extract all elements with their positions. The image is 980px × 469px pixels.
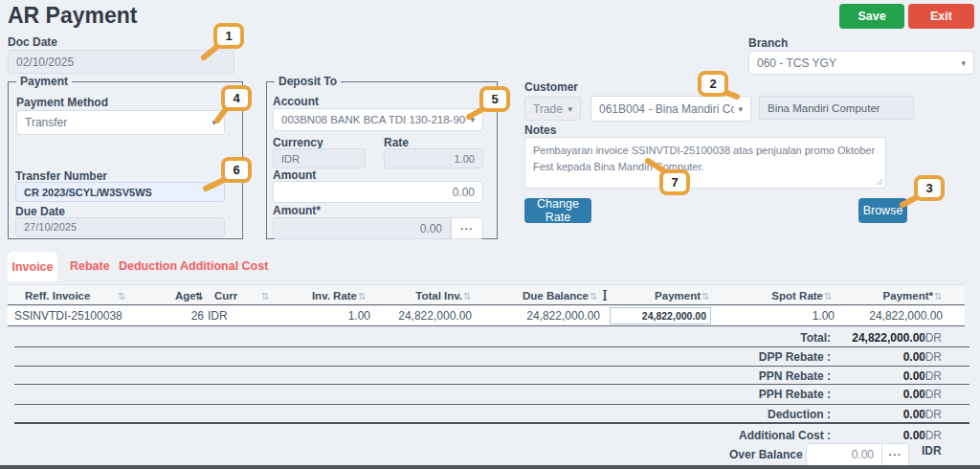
resize-handle-icon bbox=[875, 177, 883, 186]
account-value: 003BN08 BANK BCA TDI 130-218-9000 - bbox=[281, 114, 466, 125]
ar-payment-screen: AR Payment Save Exit Doc Date 02/10/2025… bbox=[0, 0, 980, 469]
col-header-curr[interactable]: Curr bbox=[214, 290, 237, 302]
summary-label: PPN Rebate : bbox=[759, 369, 831, 383]
chevron-down-icon: ▾ bbox=[564, 104, 572, 114]
amount-star-value: 0.00 bbox=[420, 222, 442, 235]
sort-icon: ⇅ bbox=[118, 291, 125, 302]
transfer-number-value: CR 2023/SCYL/W3SV5WS bbox=[24, 187, 152, 198]
over-balance-currency: IDR bbox=[922, 444, 942, 458]
cell-due-balance: 24,822,000.00 bbox=[526, 309, 600, 323]
notes-textarea[interactable]: Pembayaran invoice SSINVTDI-25100038 ata… bbox=[524, 137, 886, 189]
callout-7: 7 bbox=[659, 169, 690, 195]
deposit-to-fieldset: Deposit To Account 003BN08 BANK BCA TDI … bbox=[266, 81, 498, 239]
over-balance-label: Over Balance bbox=[729, 448, 803, 461]
rate-label: Rate bbox=[384, 136, 409, 149]
customer-select[interactable]: 061B004 - Bina Mandiri Compu ▾ bbox=[590, 96, 751, 122]
summary-label: Deduction : bbox=[768, 408, 831, 421]
col-header-inv-rate[interactable]: Inv. Rate bbox=[312, 290, 357, 302]
cell-payment-star: 24,822,000.00 bbox=[869, 309, 943, 323]
summary-row-pph-rebate: PPH Rebate : 0.00 IDR bbox=[14, 385, 969, 405]
currency-value: IDR bbox=[281, 153, 300, 165]
col-header-age[interactable]: Age bbox=[175, 290, 196, 302]
customer-label: Customer bbox=[524, 80, 578, 94]
callout-3: 3 bbox=[914, 175, 945, 201]
customer-code-value: 061B004 - Bina Mandiri Compu bbox=[599, 102, 734, 116]
payment-cell-value: 24,822,000.00 bbox=[642, 310, 706, 322]
save-button[interactable]: Save bbox=[839, 4, 904, 29]
customer-type-select[interactable]: Trade ▾ bbox=[524, 97, 581, 121]
tab-additional-cost[interactable]: Additional Cost bbox=[180, 259, 268, 273]
change-rate-button[interactable]: Change Rate bbox=[524, 198, 591, 223]
due-date-input: 27/10/2025 bbox=[15, 217, 225, 236]
sort-icon: ⇅ bbox=[463, 291, 471, 302]
chevron-down-icon: ▾ bbox=[466, 115, 475, 124]
sort-icon: ⇅ bbox=[590, 291, 597, 302]
tab-rebate[interactable]: Rebate bbox=[70, 259, 110, 273]
sort-icon: ⇅ bbox=[824, 291, 832, 302]
col-header-due-balance[interactable]: Due Balance bbox=[523, 290, 589, 302]
summary-row-additional-cost: Additional Cost : 0.00 IDR bbox=[14, 426, 969, 445]
summary-value: 24,822,000.00 bbox=[852, 331, 925, 345]
summary-currency: IDR bbox=[922, 429, 942, 442]
payment-fieldset: Payment Payment Method Transfer ▾ Transf… bbox=[8, 81, 243, 239]
chevron-down-icon: ▾ bbox=[734, 104, 743, 114]
payment-cell-input[interactable]: 24,822,000.00 bbox=[610, 307, 711, 324]
doc-date-input[interactable]: 02/10/2025 bbox=[8, 50, 234, 74]
bottom-edge-bar bbox=[0, 465, 980, 469]
branch-select[interactable]: 060 - TCS YGY ▾ bbox=[748, 51, 974, 75]
sort-icon: ⇅ bbox=[702, 291, 709, 302]
amount-star-label: Amount* bbox=[273, 204, 321, 217]
tab-invoice[interactable]: Invoice bbox=[8, 252, 57, 281]
cell-total-inv: 24,822,000.00 bbox=[398, 309, 472, 323]
col-header-payment[interactable]: Payment bbox=[655, 290, 701, 302]
cell-reff-invoice: SSINVTDI-25100038 bbox=[14, 309, 122, 323]
summary-currency: IDR bbox=[922, 408, 942, 421]
col-header-total-inv[interactable]: Total Inv. bbox=[415, 290, 462, 302]
summary-row-total: Total: 24,822,000.00 IDR bbox=[14, 328, 969, 347]
sort-icon: ⇅ bbox=[934, 291, 942, 302]
payment-legend: Payment bbox=[16, 75, 72, 88]
summary-currency: IDR bbox=[922, 350, 942, 364]
amount-star-input: 0.00 bbox=[273, 217, 451, 239]
customer-name-field: Bina Mandiri Computer bbox=[759, 96, 914, 120]
rate-input: 1.00 bbox=[384, 148, 483, 168]
branch-label: Branch bbox=[748, 36, 788, 50]
tab-invoice-label: Invoice bbox=[11, 260, 53, 274]
exit-button[interactable]: Exit bbox=[908, 4, 974, 29]
callout-2: 2 bbox=[698, 71, 728, 97]
rate-value: 1.00 bbox=[455, 153, 475, 165]
transfer-number-input[interactable]: CR 2023/SCYL/W3SV5WS bbox=[15, 182, 225, 202]
account-select[interactable]: 003BN08 BANK BCA TDI 130-218-9000 - ▾ bbox=[273, 108, 483, 131]
sort-icon: ⇅ bbox=[358, 291, 366, 302]
branch-value: 060 - TCS YGY bbox=[757, 56, 836, 70]
browse-button[interactable]: Browse bbox=[858, 198, 907, 223]
tab-deduction[interactable]: Deduction bbox=[119, 259, 177, 273]
amount-star-options-button[interactable]: ··· bbox=[451, 217, 483, 239]
amount-input[interactable]: 0.00 bbox=[273, 181, 483, 203]
ellipsis-icon: ··· bbox=[460, 223, 474, 234]
callout-4: 4 bbox=[221, 85, 252, 111]
over-balance-value: 0.00 bbox=[852, 448, 874, 461]
sort-icon-active: ⇅ bbox=[195, 291, 203, 302]
callout-6: 6 bbox=[221, 157, 252, 183]
ellipsis-icon: ··· bbox=[889, 449, 902, 460]
customer-name-value: Bina Mandiri Computer bbox=[768, 102, 880, 114]
payment-method-select[interactable]: Transfer ▾ bbox=[16, 110, 225, 135]
summary-row-deduction: Deduction : 0.00 IDR bbox=[14, 405, 969, 424]
over-balance-options-button[interactable]: ··· bbox=[881, 443, 909, 466]
cell-curr: IDR bbox=[208, 309, 228, 323]
col-header-spot-rate[interactable]: Spot Rate bbox=[771, 290, 823, 302]
deposit-to-legend: Deposit To bbox=[275, 75, 341, 88]
summary-row-ppn-rebate: PPN Rebate : 0.00 IDR bbox=[14, 367, 969, 385]
summary-label: Additional Cost : bbox=[739, 429, 831, 442]
summary-currency: IDR bbox=[922, 388, 942, 401]
col-header-reff-invoice[interactable]: Reff. Invoice bbox=[25, 290, 90, 302]
over-balance-input[interactable]: 0.00 bbox=[806, 443, 882, 466]
payment-method-value: Transfer bbox=[25, 116, 67, 129]
amount-label: Amount bbox=[273, 168, 316, 182]
col-header-payment-star[interactable]: Payment* bbox=[883, 290, 933, 302]
summary-currency: IDR bbox=[922, 369, 942, 383]
notes-value: Pembayaran invoice SSINVTDI-25100038 ata… bbox=[533, 145, 875, 172]
due-date-label: Due Date bbox=[15, 205, 65, 218]
transfer-number-label: Transfer Number bbox=[15, 169, 107, 183]
